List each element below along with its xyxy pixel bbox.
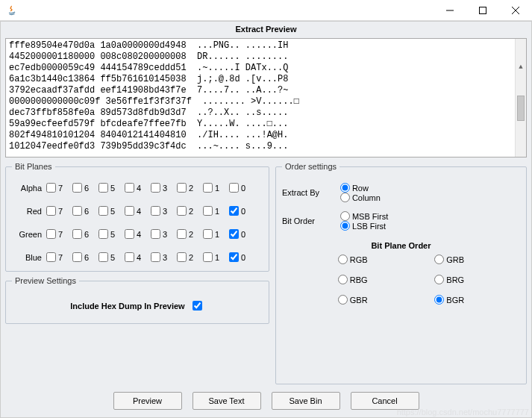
save-text-button[interactable]: Save Text xyxy=(193,392,261,410)
bitplane-alpha-7-checkbox[interactable] xyxy=(46,183,56,193)
bitplane-green-7-checkbox[interactable] xyxy=(46,229,56,239)
bitplane-red-1-checkbox[interactable] xyxy=(203,206,213,216)
bitplane-red-2[interactable]: 2 xyxy=(177,206,203,216)
bitplane-green-3[interactable]: 3 xyxy=(151,229,177,239)
bitplane-blue-7-checkbox[interactable] xyxy=(46,252,56,262)
bitplane-blue-5[interactable]: 5 xyxy=(98,252,125,262)
bitplane-red-0[interactable]: 0 xyxy=(229,206,255,216)
bitplane-red-3-checkbox[interactable] xyxy=(151,206,160,216)
bitplane-red-5[interactable]: 5 xyxy=(98,206,125,216)
extract-by-row[interactable]: Row xyxy=(340,183,381,193)
bitplane-red-5-checkbox[interactable] xyxy=(98,206,108,216)
bitplane-blue-5-checkbox[interactable] xyxy=(98,252,108,262)
extract-by-column[interactable]: Column xyxy=(340,193,381,202)
bitplane-alpha-5-checkbox[interactable] xyxy=(98,183,108,193)
plane-order-rgb-radio[interactable] xyxy=(338,255,348,264)
extract-by-column-radio[interactable] xyxy=(340,193,350,202)
bitplane-blue-6-checkbox[interactable] xyxy=(72,252,82,262)
bitplane-alpha-4[interactable]: 4 xyxy=(125,183,151,193)
bitplane-blue-4-checkbox[interactable] xyxy=(125,252,134,262)
bitplane-alpha-5[interactable]: 5 xyxy=(98,183,125,193)
save-bin-button[interactable]: Save Bin xyxy=(272,392,340,410)
bitplane-red-0-checkbox[interactable] xyxy=(229,206,239,216)
plane-order-grb[interactable]: GRB xyxy=(434,255,464,264)
scroll-thumb[interactable] xyxy=(517,96,525,121)
bitplane-alpha-0[interactable]: 0 xyxy=(229,183,255,193)
bitplane-blue-0[interactable]: 0 xyxy=(229,252,255,262)
bitplane-blue-0-checkbox[interactable] xyxy=(229,252,239,262)
bitplane-red-1[interactable]: 1 xyxy=(203,206,229,216)
bit-order-msb-first[interactable]: MSB First xyxy=(340,211,388,221)
bitplane-green-2[interactable]: 2 xyxy=(177,229,203,239)
preview-button[interactable]: Preview xyxy=(113,392,182,410)
plane-order-rgb[interactable]: RGB xyxy=(338,255,368,264)
bitplane-blue-2-checkbox[interactable] xyxy=(177,252,187,262)
plane-order-grb-radio[interactable] xyxy=(434,255,444,264)
bitplane-green-5[interactable]: 5 xyxy=(98,229,125,239)
bitplane-alpha-3-checkbox[interactable] xyxy=(151,183,160,193)
bitplane-blue-3[interactable]: 3 xyxy=(151,252,177,262)
plane-order-bgr-radio[interactable] xyxy=(434,295,444,305)
scroll-up-icon[interactable]: ▲ xyxy=(516,61,526,73)
bitplane-alpha-4-checkbox[interactable] xyxy=(125,183,134,193)
bitplane-alpha-1[interactable]: 1 xyxy=(203,183,229,193)
plane-order-brg[interactable]: BRG xyxy=(434,275,464,284)
bitplane-green-4[interactable]: 4 xyxy=(125,229,151,239)
bitplane-alpha-7[interactable]: 7 xyxy=(46,183,72,193)
bitplane-red-6-checkbox[interactable] xyxy=(72,206,82,216)
plane-order-rbg-radio[interactable] xyxy=(338,275,348,284)
bitplane-bit-label: 6 xyxy=(84,253,89,262)
bitplane-red-6[interactable]: 6 xyxy=(72,206,98,216)
bitplane-red-7-checkbox[interactable] xyxy=(46,206,56,216)
minimize-button[interactable] xyxy=(434,0,466,21)
bitplane-blue-2[interactable]: 2 xyxy=(177,252,203,262)
bitplane-green-3-checkbox[interactable] xyxy=(151,229,160,239)
bitplane-green-4-checkbox[interactable] xyxy=(125,229,134,239)
bitplane-green-7[interactable]: 7 xyxy=(46,229,72,239)
bitplane-alpha-6-checkbox[interactable] xyxy=(72,183,82,193)
bitplane-bit-label: 4 xyxy=(137,253,141,262)
bitplane-green-1[interactable]: 1 xyxy=(203,229,229,239)
bitplane-green-0[interactable]: 0 xyxy=(229,229,255,239)
bitplane-red-7[interactable]: 7 xyxy=(46,206,72,216)
bitplane-red-2-checkbox[interactable] xyxy=(177,206,187,216)
plane-order-brg-radio[interactable] xyxy=(434,275,444,284)
hex-dump-pane[interactable]: fffe89504e470d0a 1a0a0000000d4948 ...PNG… xyxy=(5,38,527,157)
close-button[interactable] xyxy=(499,0,532,21)
plane-order-gbr[interactable]: GBR xyxy=(338,295,368,305)
plane-order-rbg[interactable]: RBG xyxy=(338,275,368,284)
bit-order-lsb-first-radio[interactable] xyxy=(340,221,350,231)
bitplane-alpha-3[interactable]: 3 xyxy=(151,183,177,193)
bitplane-red-3[interactable]: 3 xyxy=(151,206,177,216)
hex-dump-text: fffe89504e470d0a 1a0a0000000d4948 ...PNG… xyxy=(9,40,299,152)
bitplane-green-6-checkbox[interactable] xyxy=(72,229,82,239)
bitplane-green-6[interactable]: 6 xyxy=(72,229,98,239)
bitplane-blue-1[interactable]: 1 xyxy=(203,252,229,262)
cancel-button[interactable]: Cancel xyxy=(351,392,419,410)
bitplane-blue-7[interactable]: 7 xyxy=(46,252,72,262)
maximize-button[interactable] xyxy=(466,0,499,21)
bitplane-blue-1-checkbox[interactable] xyxy=(203,252,213,262)
bitplane-green-5-checkbox[interactable] xyxy=(98,229,108,239)
bitplane-alpha-2[interactable]: 2 xyxy=(177,183,203,193)
bit-order-lsb-first[interactable]: LSB First xyxy=(340,221,388,231)
bitplane-green-1-checkbox[interactable] xyxy=(203,229,213,239)
bitplane-green-2-checkbox[interactable] xyxy=(177,229,187,239)
plane-order-gbr-radio[interactable] xyxy=(338,295,348,305)
bitplane-alpha-1-checkbox[interactable] xyxy=(203,183,213,193)
plane-order-bgr[interactable]: BGR xyxy=(434,295,464,305)
scrollbar[interactable]: ▲ xyxy=(515,39,526,157)
include-hex-checkbox[interactable] xyxy=(193,301,202,311)
bitplane-green-0-checkbox[interactable] xyxy=(229,229,239,239)
bitplane-blue-4[interactable]: 4 xyxy=(125,252,151,262)
bitplane-blue-3-checkbox[interactable] xyxy=(151,252,160,262)
bitplane-red-4[interactable]: 4 xyxy=(125,206,151,216)
bitplane-alpha-6[interactable]: 6 xyxy=(72,183,98,193)
bitplane-alpha-0-checkbox[interactable] xyxy=(229,183,239,193)
bitplane-alpha-2-checkbox[interactable] xyxy=(177,183,187,193)
bit-order-msb-first-radio[interactable] xyxy=(340,211,350,221)
order-settings-legend: Order settings xyxy=(282,162,339,171)
bitplane-red-4-checkbox[interactable] xyxy=(125,206,134,216)
extract-by-row-radio[interactable] xyxy=(340,183,350,193)
bitplane-blue-6[interactable]: 6 xyxy=(72,252,98,262)
